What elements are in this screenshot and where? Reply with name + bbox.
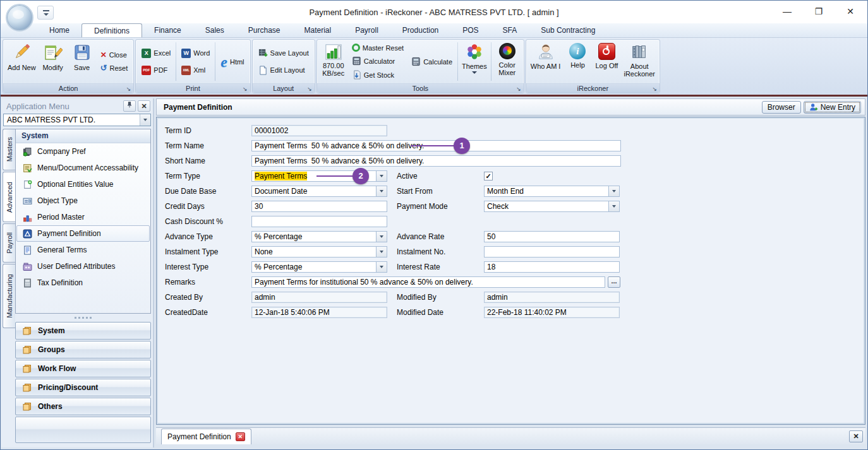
save-layout-button[interactable]: Save Layout: [256, 48, 311, 59]
color-mixer-button[interactable]: ColorMixer: [493, 40, 522, 83]
active-checkbox[interactable]: ✓: [484, 172, 493, 181]
remarks-ellipsis-button[interactable]: ...: [608, 276, 620, 288]
remarks-field[interactable]: Payment Terms for institutional 50 % adv…: [251, 276, 605, 288]
sidebar-item-payment-definition[interactable]: Payment Definition: [16, 225, 150, 242]
add-new-button[interactable]: Add New: [5, 40, 39, 83]
quick-access-toolbar-dropdown[interactable]: [37, 6, 54, 20]
master-reset-button[interactable]: Master Reset: [350, 43, 406, 52]
sidebar-splitter[interactable]: [15, 316, 151, 320]
log-off-button[interactable]: Log Off: [592, 40, 621, 83]
browser-button[interactable]: Browser: [762, 101, 801, 114]
close-action-button[interactable]: ✕ Close: [99, 50, 130, 60]
company-selector[interactable]: ABC MATRESS PVT LTD.: [3, 114, 151, 126]
sidebar-item-general-terms[interactable]: General Terms: [16, 242, 150, 258]
themes-button[interactable]: Themes: [459, 40, 490, 83]
dialog-launcher-icon[interactable]: ↘: [126, 85, 131, 93]
nav-button-pricing-discount[interactable]: Pricing/Discount: [15, 379, 151, 396]
interest-type-combo[interactable]: % Percentage: [251, 261, 387, 273]
payment-mode-combo[interactable]: Check: [484, 201, 620, 212]
main-content: Payment Definition Browser New Entry Ter…: [156, 98, 865, 447]
tab-sales[interactable]: Sales: [193, 23, 236, 37]
company-dropdown-button[interactable]: [140, 114, 150, 126]
vertical-tab-payroll[interactable]: Payroll: [3, 223, 15, 263]
interest-rate-field[interactable]: 18: [484, 261, 620, 273]
sidebar-item-tax-definition[interactable]: Tax Definition: [16, 275, 150, 291]
sidebar-nav-buttons: System Groups Work Flow Pricing/Discount…: [15, 322, 151, 444]
tab-close-icon[interactable]: ✕: [236, 432, 245, 441]
restore-button[interactable]: ❐: [808, 3, 829, 20]
sidebar-item-menu-document-accessability[interactable]: Menu/Document Accessability: [16, 160, 150, 176]
sidebar-item-label: Payment Definition: [37, 229, 101, 238]
dropdown-button[interactable]: [608, 186, 619, 196]
dialog-launcher-icon[interactable]: ↘: [243, 85, 248, 93]
sidebar-item-optional-entities-value[interactable]: Optional Entities Value: [16, 176, 150, 192]
start-from-combo[interactable]: Month End: [484, 186, 620, 197]
instalment-type-combo[interactable]: None: [251, 246, 387, 258]
tab-definitions[interactable]: Definitions: [81, 23, 142, 37]
nav-button-others[interactable]: Others: [15, 398, 151, 415]
sidebar-item-period-master[interactable]: Period Master: [16, 209, 150, 225]
tab-purchase[interactable]: Purchase: [236, 23, 292, 37]
instalment-no-field[interactable]: [484, 246, 620, 258]
close-button[interactable]: ✕: [840, 3, 861, 20]
calculator-button[interactable]: Calculator: [350, 56, 406, 66]
tab-material[interactable]: Material: [292, 23, 343, 37]
tab-sfa[interactable]: SFA: [491, 23, 529, 37]
panel-close-button[interactable]: ✕: [138, 100, 150, 112]
dialog-launcher-icon[interactable]: ↘: [516, 85, 521, 93]
about-ireckoner-button[interactable]: AboutiReckoner: [621, 40, 658, 83]
xml-button[interactable]: XMLXml: [179, 65, 212, 76]
sidebar-item-user-defined-attributes[interactable]: User Defined Attributes: [16, 258, 150, 275]
dropdown-button[interactable]: [376, 262, 387, 272]
advance-rate-field[interactable]: 50: [484, 231, 620, 242]
help-button[interactable]: i Help: [563, 40, 592, 83]
application-button-globe-icon[interactable]: [6, 4, 33, 32]
who-am-i-button[interactable]: Who AM I: [528, 40, 564, 83]
vertical-tab-masters[interactable]: Masters: [3, 129, 15, 170]
excel-button[interactable]: XExcel: [140, 48, 172, 59]
pin-button[interactable]: [123, 100, 136, 112]
save-button[interactable]: Save: [68, 40, 97, 83]
short-name-field[interactable]: Payment Terms 50 % advance & 50% on deli…: [251, 155, 621, 167]
word-button[interactable]: WWord: [179, 48, 212, 59]
tab-production[interactable]: Production: [390, 23, 450, 37]
new-entry-button[interactable]: New Entry: [804, 101, 861, 114]
nav-button-work-flow[interactable]: Work Flow: [15, 360, 151, 377]
sidebar-item-object-type[interactable]: Object Type: [16, 192, 150, 209]
dialog-launcher-icon[interactable]: ↘: [652, 85, 657, 93]
cash-discount-field[interactable]: [251, 216, 387, 227]
nav-button-groups[interactable]: Groups: [15, 341, 151, 358]
get-stock-button[interactable]: Get Stock: [350, 69, 406, 80]
pushpin-icon: [126, 101, 133, 109]
html-button[interactable]: eHtml: [219, 54, 246, 70]
vertical-tab-advanced[interactable]: Advanced: [3, 172, 15, 222]
nav-button-empty[interactable]: [15, 417, 151, 443]
modify-button[interactable]: Modify: [39, 40, 68, 83]
bottom-tab-payment-definition[interactable]: Payment Definition ✕: [161, 429, 251, 444]
reset-button[interactable]: ↺ Reset: [99, 62, 130, 73]
cash-discount-label: Cash Discount %: [165, 216, 223, 227]
term-id-field[interactable]: 00001002: [251, 125, 387, 136]
dropdown-button[interactable]: [376, 171, 387, 181]
dialog-launcher-icon[interactable]: ↘: [307, 85, 312, 93]
sidebar-item-company-pref[interactable]: Company Pref: [16, 143, 150, 160]
advance-type-combo[interactable]: % Percentage: [251, 231, 387, 242]
nav-button-system[interactable]: System: [15, 322, 151, 340]
credit-days-field[interactable]: 30: [251, 201, 387, 212]
vertical-tab-manufacturing[interactable]: Manufacturing: [3, 264, 15, 328]
dropdown-button[interactable]: [376, 247, 387, 257]
dropdown-button[interactable]: [608, 201, 619, 211]
tabstrip-close-button[interactable]: ✕: [849, 430, 863, 442]
tab-pos[interactable]: POS: [450, 23, 490, 37]
minimize-button[interactable]: —: [776, 3, 798, 20]
tab-home[interactable]: Home: [37, 23, 81, 37]
dropdown-button[interactable]: [376, 232, 387, 242]
tab-payroll[interactable]: Payroll: [343, 23, 390, 37]
pdf-button[interactable]: PDFPDF: [140, 65, 172, 76]
edit-layout-button[interactable]: Edit Layout: [256, 65, 311, 76]
tab-sub-contracting[interactable]: Sub Contracting: [529, 23, 607, 37]
calculate-button[interactable]: Calculate: [409, 56, 454, 67]
tab-finance[interactable]: Finance: [142, 23, 193, 37]
due-date-base-combo[interactable]: Document Date: [251, 186, 387, 197]
dropdown-button[interactable]: [376, 186, 387, 196]
